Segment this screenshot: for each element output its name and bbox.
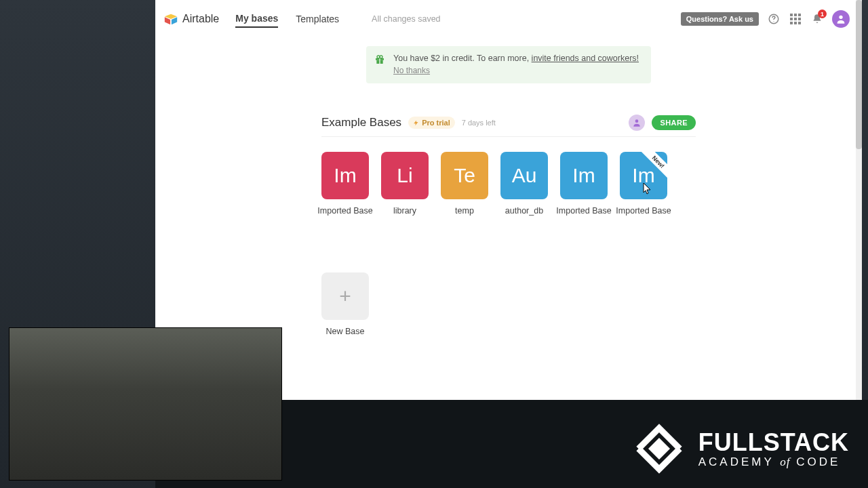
- plus-icon: +: [339, 285, 351, 308]
- workspace: Example Bases Pro trial 7 days left SHAR…: [321, 115, 696, 400]
- fullstack-text: FULLSTACK ACADEMY of CODE: [698, 430, 849, 468]
- base-item: Auauthor_db: [500, 152, 548, 216]
- notifications-icon[interactable]: 1: [810, 12, 824, 26]
- share-button[interactable]: SHARE: [652, 115, 696, 130]
- svg-rect-8: [790, 18, 793, 20]
- svg-rect-7: [798, 14, 801, 16]
- base-tile[interactable]: Li: [381, 152, 429, 199]
- new-base-tile[interactable]: +: [321, 272, 369, 320]
- header-actions: Questions? Ask us 1: [681, 10, 850, 28]
- credit-banner: You have $2 in credit. To earn more, inv…: [366, 46, 651, 83]
- base-item: ImImported Base: [560, 152, 608, 216]
- banner-text: You have $2 in credit. To earn more,: [393, 54, 532, 63]
- base-label: temp: [455, 206, 474, 216]
- apps-grid-icon[interactable]: [789, 12, 802, 26]
- svg-point-20: [635, 119, 639, 123]
- base-abbr: Li: [397, 164, 412, 187]
- new-base-label: New Base: [326, 327, 365, 336]
- brand-name: Airtable: [182, 13, 219, 25]
- user-avatar[interactable]: [832, 10, 850, 28]
- scrollbar-track[interactable]: [856, 0, 862, 400]
- fullstack-brand: FULLSTACK ACADEMY of CODE: [632, 422, 849, 476]
- airtable-logo-icon: [163, 12, 178, 26]
- svg-rect-11: [790, 22, 793, 24]
- banner-invite-link[interactable]: invite friends and coworkers!: [532, 54, 639, 63]
- base-tile[interactable]: Te: [441, 152, 488, 199]
- nav-templates[interactable]: Templates: [296, 11, 339, 27]
- base-item: Tetemp: [441, 152, 488, 216]
- base-abbr: Im: [572, 164, 595, 187]
- base-label: Imported Base: [616, 206, 671, 216]
- notification-badge: 1: [818, 9, 827, 18]
- base-label: Imported Base: [317, 206, 372, 216]
- nav-my-bases[interactable]: My bases: [235, 10, 278, 28]
- trial-days-left: 7 days left: [462, 119, 496, 127]
- fullstack-sub: ACADEMY of CODE: [698, 456, 849, 468]
- app-header: Airtable My bases Templates All changes …: [155, 0, 862, 38]
- base-item: ImImported Base: [321, 152, 369, 216]
- base-abbr: Te: [454, 164, 475, 187]
- svg-point-14: [839, 16, 842, 19]
- save-status: All changes saved: [372, 14, 440, 24]
- base-abbr: Au: [512, 164, 537, 187]
- scrollbar-thumb[interactable]: [856, 0, 862, 149]
- workspace-header: Example Bases Pro trial 7 days left SHAR…: [321, 115, 696, 137]
- bases-grid: ImImported BaseLilibraryTetempAuauthor_d…: [321, 152, 696, 336]
- gift-icon: [374, 54, 385, 65]
- trial-badge: Pro trial: [408, 117, 455, 129]
- workspace-title[interactable]: Example Bases: [321, 116, 401, 129]
- svg-point-4: [773, 21, 774, 22]
- svg-rect-10: [798, 18, 801, 20]
- base-item: Lilibrary: [381, 152, 429, 216]
- base-abbr: Im: [334, 164, 356, 187]
- fullstack-main: FULLSTACK: [698, 430, 849, 455]
- base-item: ImNew!Imported Base: [620, 152, 667, 216]
- base-label: Imported Base: [556, 206, 611, 216]
- new-base-item: +New Base: [321, 272, 369, 336]
- base-label: author_db: [505, 206, 543, 216]
- base-tile[interactable]: Im: [321, 152, 369, 199]
- svg-rect-12: [794, 22, 797, 24]
- svg-point-19: [380, 56, 382, 58]
- svg-rect-13: [798, 22, 801, 24]
- primary-nav: My bases Templates All changes saved: [235, 10, 440, 28]
- fullstack-logo-icon: [632, 422, 686, 476]
- base-tile[interactable]: Im: [560, 152, 608, 199]
- base-label: library: [393, 206, 416, 216]
- banner-dismiss-link[interactable]: No thanks: [393, 66, 430, 75]
- workspace-member-avatar[interactable]: [629, 115, 645, 131]
- questions-button[interactable]: Questions? Ask us: [681, 12, 759, 26]
- brand-logo[interactable]: Airtable: [163, 12, 219, 26]
- help-icon[interactable]: [767, 12, 781, 26]
- svg-marker-23: [648, 438, 670, 460]
- base-tile[interactable]: ImNew!: [620, 152, 667, 199]
- svg-rect-6: [794, 14, 797, 16]
- svg-rect-9: [794, 18, 797, 20]
- base-abbr: Im: [632, 164, 654, 187]
- webcam-overlay: [9, 327, 282, 481]
- base-tile[interactable]: Au: [500, 152, 548, 199]
- svg-rect-5: [790, 14, 793, 16]
